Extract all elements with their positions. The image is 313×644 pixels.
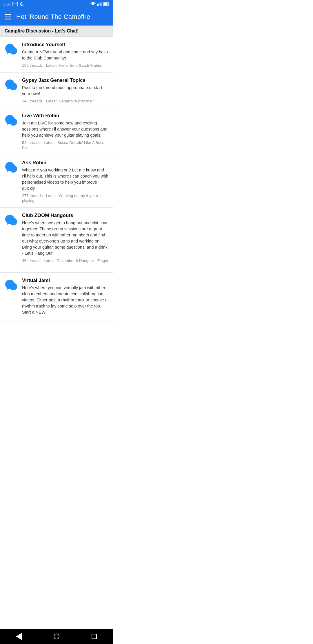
hamburger-line-2: [5, 17, 11, 17]
app-title: Hot 'Round The Campfire: [16, 13, 90, 21]
forum-meta-4: 46 threads Latest: December 6 Hangout - …: [22, 258, 109, 268]
forum-icon-0: [4, 42, 19, 57]
svg-rect-19: [6, 117, 14, 122]
svg-rect-23: [6, 164, 14, 169]
svg-rect-27: [6, 216, 14, 222]
sync-icon: [19, 2, 24, 6]
forum-threads-1: 146 threads: [22, 99, 43, 103]
forum-threads-3: 277 threads: [22, 193, 43, 198]
forum-title-4: Club ZOOM Hangouts: [22, 212, 109, 219]
forum-item-introduce-yourself[interactable]: Introduce Yourself Create a NEW thread a…: [0, 37, 113, 73]
svg-rect-11: [6, 46, 14, 51]
svg-rect-4: [100, 3, 101, 6]
forum-content-2: Live With Robin Join me LIVE for some ne…: [22, 113, 109, 150]
forum-icon-4: [4, 213, 19, 227]
forum-item-club-zoom[interactable]: Club ZOOM Hangouts Here's where we get t…: [0, 208, 113, 273]
forum-content-3: Ask Robin What are you working on? Let m…: [22, 160, 109, 203]
forum-list: Introduce Yourself Create a NEW thread a…: [0, 37, 113, 321]
forum-item-gypsy-jazz[interactable]: Gypsy Jazz General Topics Post to the th…: [0, 73, 113, 108]
forum-desc-1: Post to the thread most appropriate or s…: [22, 85, 109, 97]
app-bar: Hot 'Round The Campfire: [0, 8, 113, 26]
forum-item-ask-robin[interactable]: Ask Robin What are you working on? Let m…: [0, 155, 113, 208]
menu-button[interactable]: [5, 14, 11, 19]
forum-content-4: Club ZOOM Hangouts Here's where we get t…: [22, 212, 109, 268]
forum-title-3: Ask Robin: [22, 160, 109, 166]
forum-threads-2: 54 threads: [22, 140, 41, 145]
forum-item-virtual-jam[interactable]: Virtual Jam! Here's where you can virtua…: [0, 273, 113, 321]
forum-desc-2: Join me LIVE for some new and exciting s…: [22, 120, 109, 138]
forum-threads-0: 159 threads: [22, 63, 43, 68]
forum-content-1: Gypsy Jazz General Topics Post to the th…: [22, 77, 109, 104]
svg-rect-3: [99, 3, 99, 6]
forum-desc-4: Here's where we get to hang out and chit…: [22, 220, 109, 256]
forum-title-0: Introduce Yourself: [22, 41, 109, 48]
section-header-label: Campfire Discussion - Let's Chat!: [5, 28, 79, 33]
wifi-icon: [90, 2, 96, 6]
forum-content-0: Introduce Yourself Create a NEW thread a…: [22, 41, 109, 68]
svg-point-1: [21, 4, 22, 5]
forum-latest-1: Latest: Répertoire practice?: [46, 99, 94, 103]
hamburger-line-1: [5, 14, 11, 15]
forum-latest-0: Latest: Hello, from Saudi Arabia: [46, 63, 101, 68]
forum-title-1: Gypsy Jazz General Topics: [22, 77, 109, 84]
forum-desc-3: What are you working on? Let me know and…: [22, 167, 109, 191]
forum-desc-0: Create a NEW thread and come and say hel…: [22, 49, 109, 61]
signal-icon: [97, 2, 102, 6]
svg-rect-5: [101, 2, 102, 6]
svg-rect-2: [97, 4, 98, 6]
forum-threads-4: 46 threads: [22, 258, 41, 263]
forum-content-5: Virtual Jam! Here's where you can virtua…: [22, 277, 109, 317]
forum-item-live-with-robin[interactable]: Live With Robin Join me LIVE for some ne…: [0, 108, 113, 155]
hamburger-line-3: [5, 19, 11, 19]
status-bar: 8:07: [0, 0, 113, 8]
forum-icon-2: [4, 113, 19, 128]
forum-icon-5: [4, 278, 19, 292]
forum-meta-1: 146 threads Latest: Répertoire practice?: [22, 99, 109, 104]
svg-rect-8: [109, 3, 110, 5]
svg-rect-31: [6, 281, 14, 287]
forum-icon-3: [4, 160, 19, 175]
forum-desc-5: Here's where you can virtually jam with …: [22, 285, 109, 315]
forum-meta-2: 54 threads Latest: 'Bossa Dorado' Like A…: [22, 140, 109, 150]
forum-title-2: Live With Robin: [22, 113, 109, 119]
forum-title-5: Virtual Jam!: [22, 277, 109, 284]
email-icon: [12, 2, 18, 6]
battery-icon: [103, 2, 110, 6]
status-left: 8:07: [3, 2, 24, 6]
forum-meta-3: 277 threads Latest: Working on my rhythm…: [22, 193, 109, 203]
forum-meta-0: 159 threads Latest: Hello, from Saudi Ar…: [22, 63, 109, 68]
forum-icon-1: [4, 78, 19, 92]
status-time: 8:07: [3, 2, 11, 6]
status-right: [90, 2, 110, 6]
svg-rect-7: [104, 3, 108, 5]
svg-rect-15: [6, 81, 14, 87]
section-header: Campfire Discussion - Let's Chat!: [0, 26, 113, 37]
